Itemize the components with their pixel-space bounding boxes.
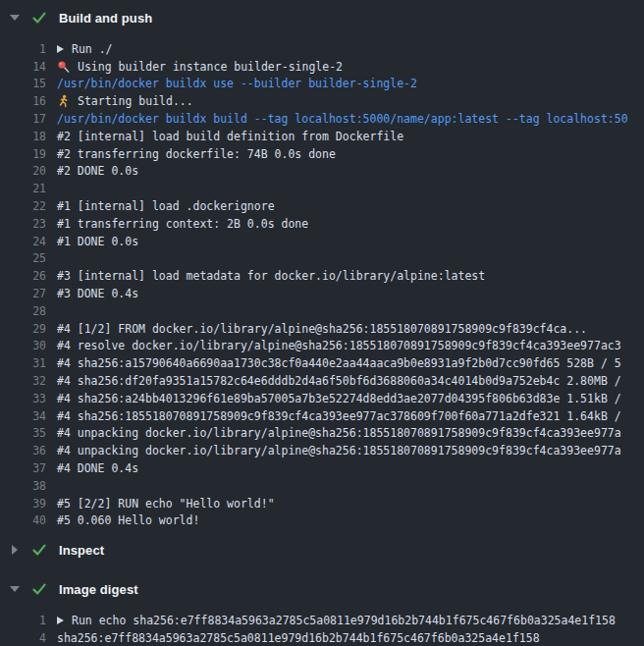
section-title: Inspect <box>59 543 104 558</box>
line-number[interactable]: 15 <box>0 77 46 90</box>
log-text: sha256:e7ff8834a5963a2785c5a0811e979d16b… <box>57 631 540 645</box>
section-header-inspect[interactable]: Inspect <box>0 536 644 564</box>
success-check-icon <box>31 10 47 26</box>
line-number[interactable]: 1 <box>0 42 46 56</box>
line-number[interactable]: 34 <box>0 409 46 423</box>
log-line: 18#2 [internal] load build definition fr… <box>0 128 644 145</box>
log-text: Using builder instance builder-single-2 <box>78 60 343 74</box>
section-title: Build and push <box>59 11 152 26</box>
section-header-image-digest[interactable]: Image digest <box>0 575 644 603</box>
section-content-image-digest: 1Run echo sha256:e7ff8834a5963a2785c5a08… <box>0 612 644 646</box>
line-number[interactable]: 24 <box>0 235 46 248</box>
log-line: 37#4 DONE 0.4s <box>0 459 644 477</box>
log-text: #3 [internal] load metadata for docker.i… <box>57 269 485 283</box>
log-line: 38 <box>0 477 644 495</box>
line-number[interactable]: 22 <box>0 199 46 213</box>
log-line: 27#3 DONE 0.4s <box>0 285 644 302</box>
log-text: Run ./ <box>72 42 113 56</box>
line-number[interactable]: 26 <box>0 269 46 283</box>
log-text: #4 unpacking docker.io/library/alpine@sh… <box>57 444 621 458</box>
chevron-down-icon <box>9 15 21 21</box>
log-text: #2 [internal] load build definition from… <box>57 130 403 143</box>
expand-triangle-icon <box>57 617 64 624</box>
log-text: Starting build... <box>78 94 193 108</box>
line-number[interactable]: 31 <box>0 356 46 370</box>
line-number[interactable]: 21 <box>0 182 46 195</box>
line-number[interactable]: 14 <box>0 60 46 74</box>
log-line: 26#3 [internal] load metadata for docker… <box>0 267 644 285</box>
success-check-icon <box>31 542 47 558</box>
section-content-build-and-push: 1Run ./14Using builder instance builder-… <box>0 40 644 529</box>
line-number[interactable]: 30 <box>0 339 46 352</box>
log-text: #5 0.060 Hello world! <box>57 513 199 527</box>
log-line: 32#4 sha256:df20fa9351a15782c64e6dddb2d4… <box>0 372 644 390</box>
line-number[interactable]: 29 <box>0 322 46 336</box>
log-text: #5 [2/2] RUN echo "Hello world!" <box>57 497 275 511</box>
log-line: 22#1 [internal] load .dockerignore <box>0 197 644 215</box>
log-line: 20#2 DONE 0.0s <box>0 163 644 181</box>
line-number[interactable]: 27 <box>0 287 46 300</box>
log-text: #4 sha256:a15790640a6690aa1730c38cf0a440… <box>57 356 621 370</box>
log-line: 28 <box>0 302 644 320</box>
log-text: #3 DONE 0.4s <box>57 287 138 300</box>
log-text: #1 DONE 0.0s <box>57 235 138 248</box>
line-number[interactable]: 35 <box>0 426 46 440</box>
log-text: #2 DONE 0.0s <box>57 164 138 178</box>
line-number[interactable]: 18 <box>0 130 46 143</box>
line-number[interactable]: 38 <box>0 479 46 493</box>
line-number[interactable]: 37 <box>0 461 46 475</box>
log-line: 4sha256:e7ff8834a5963a2785c5a0811e979d16… <box>0 629 644 646</box>
log-command-group-line[interactable]: 1Run echo sha256:e7ff8834a5963a2785c5a08… <box>0 612 644 629</box>
line-number[interactable]: 19 <box>0 147 46 161</box>
log-line: 39#5 [2/2] RUN echo "Hello world!" <box>0 495 644 512</box>
log-section-build-and-push: Build and push1Run ./14Using builder ins… <box>0 4 644 529</box>
expand-triangle-icon <box>57 45 64 53</box>
line-number[interactable]: 4 <box>0 631 46 645</box>
log-text: #1 [internal] load .dockerignore <box>57 199 275 213</box>
log-text: #2 transferring dockerfile: 74B 0.0s don… <box>57 147 336 161</box>
log-line: 30#4 resolve docker.io/library/alpine@sh… <box>0 338 644 355</box>
log-section-inspect: Inspect <box>0 536 644 564</box>
line-number[interactable]: 1 <box>0 614 46 627</box>
log-line: 40#5 0.060 Hello world! <box>0 512 644 530</box>
log-line: 36#4 unpacking docker.io/library/alpine@… <box>0 442 644 459</box>
line-number[interactable]: 28 <box>0 304 46 318</box>
log-line: 14Using builder instance builder-single-… <box>0 58 644 76</box>
log-line: 21 <box>0 180 644 197</box>
line-number[interactable]: 20 <box>0 164 46 178</box>
log-text: #4 [1/2] FROM docker.io/library/alpine@s… <box>57 322 587 336</box>
log-line: 35#4 unpacking docker.io/library/alpine@… <box>0 425 644 443</box>
success-check-icon <box>31 581 47 597</box>
log-line: 23#1 transferring context: 2B 0.0s done <box>0 215 644 233</box>
log-text: /usr/bin/docker buildx use --builder bui… <box>57 77 417 90</box>
line-number[interactable]: 33 <box>0 392 46 405</box>
log-text: #4 sha256:df20fa9351a15782c64e6dddb2d4a6… <box>57 374 621 388</box>
line-number[interactable]: 32 <box>0 374 46 388</box>
log-line: 19#2 transferring dockerfile: 74B 0.0s d… <box>0 145 644 163</box>
log-line: 24#1 DONE 0.0s <box>0 233 644 250</box>
log-text: #4 sha256:a24bb4013296f61e89ba57005a7b3e… <box>57 392 621 405</box>
log-text: #4 sha256:185518070891758909c9f839cf4ca3… <box>57 409 621 423</box>
log-line: 17/usr/bin/docker buildx build --tag loc… <box>0 110 644 128</box>
log-line: 16Starting build... <box>0 92 644 110</box>
line-number[interactable]: 25 <box>0 251 46 265</box>
line-number[interactable]: 17 <box>0 112 46 126</box>
log-text: /usr/bin/docker buildx build --tag local… <box>57 112 628 126</box>
line-number[interactable]: 39 <box>0 497 46 511</box>
line-number[interactable]: 36 <box>0 444 46 458</box>
log-section-image-digest: Image digest1Run echo sha256:e7ff8834a59… <box>0 575 644 646</box>
section-header-build-and-push[interactable]: Build and push <box>0 4 644 31</box>
log-command-group-line[interactable]: 1Run ./ <box>0 40 644 58</box>
line-number[interactable]: 40 <box>0 513 46 527</box>
log-line: 31#4 sha256:a15790640a6690aa1730c38cf0a4… <box>0 354 644 372</box>
log-text: #4 DONE 0.4s <box>57 461 138 475</box>
log-text: #4 unpacking docker.io/library/alpine@sh… <box>57 426 621 440</box>
chevron-right-icon <box>9 545 21 555</box>
chevron-down-icon <box>9 586 21 592</box>
log-line: 25 <box>0 250 644 268</box>
line-number[interactable]: 16 <box>0 94 46 108</box>
runner-icon <box>57 94 71 108</box>
log-text: #4 resolve docker.io/library/alpine@sha2… <box>57 339 621 352</box>
line-number[interactable]: 23 <box>0 217 46 231</box>
log-line: 29#4 [1/2] FROM docker.io/library/alpine… <box>0 320 644 338</box>
